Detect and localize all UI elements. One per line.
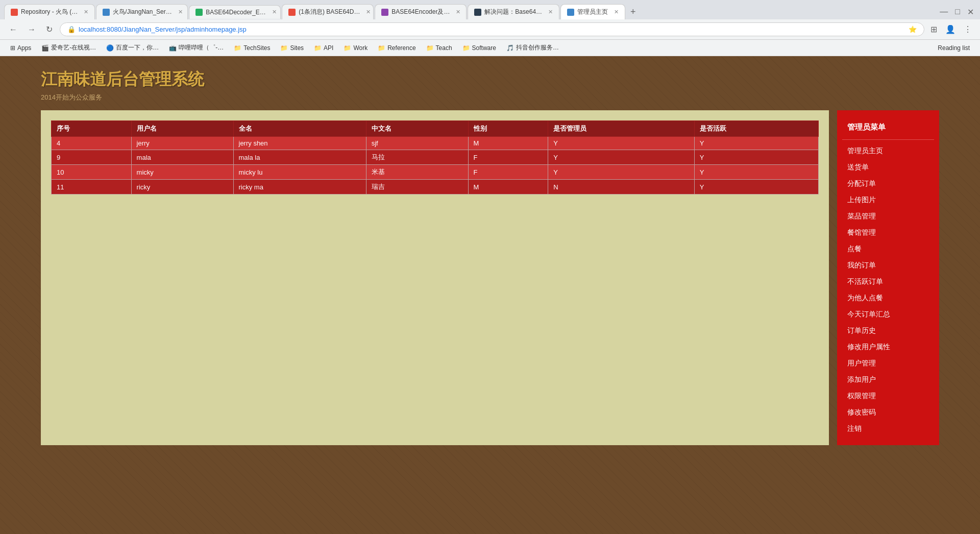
sidebar-link-2[interactable]: 分配订单 <box>837 176 939 192</box>
tab-close-2[interactable]: ✕ <box>178 9 183 15</box>
tab-close-4[interactable]: ✕ <box>366 9 371 15</box>
table-cell: mala la <box>233 150 366 165</box>
sidebar-link-15[interactable]: 权限管理 <box>837 388 939 404</box>
main-content: 序号 用户名 全名 中文名 性别 是否管理员 是否活跃 4jerryjerry … <box>0 110 980 466</box>
table-row[interactable]: 9malamala la马拉FYY <box>52 150 819 165</box>
sidebar-link-6[interactable]: 点餐 <box>837 241 939 257</box>
tab-close-7[interactable]: ✕ <box>614 9 619 15</box>
table-row[interactable]: 11rickyricky ma瑞吉MNY <box>52 180 819 195</box>
bookmark-teach[interactable]: 📁 Teach <box>422 43 456 53</box>
sidebar-link-16[interactable]: 修改密码 <box>837 404 939 421</box>
folder-software-icon: 📁 <box>462 44 470 52</box>
tab-close-1[interactable]: ✕ <box>84 9 88 15</box>
bookmark-apps-label: Apps <box>17 44 31 52</box>
col-header-username: 用户名 <box>131 121 233 137</box>
reading-list-label: Reading list <box>938 44 970 52</box>
tab-favicon-4 <box>288 9 296 16</box>
table-cell: Y <box>548 137 695 150</box>
sidebar-link-1[interactable]: 送货单 <box>837 159 939 176</box>
col-header-active: 是否活跃 <box>694 121 818 137</box>
bookmark-software[interactable]: 📁 Software <box>458 43 500 53</box>
minimize-button[interactable]: — <box>938 5 950 18</box>
extensions-button[interactable]: ⊞ <box>928 22 939 36</box>
table-cell: F <box>468 165 548 180</box>
bookmark-bilibili-label: 哔哩哔哩（゜-… <box>179 43 224 52</box>
tab-favicon-1 <box>11 9 18 16</box>
maximize-button[interactable]: □ <box>953 5 962 18</box>
forward-button[interactable]: → <box>24 24 39 35</box>
reading-list-button[interactable]: Reading list <box>934 43 974 53</box>
bookmark-douyin[interactable]: 🎵 抖音创作服务… <box>502 42 563 54</box>
baidu-icon: 🔵 <box>106 44 114 52</box>
table-cell: 10 <box>52 165 132 180</box>
tab-close-5[interactable]: ✕ <box>456 9 460 15</box>
tab-close-3[interactable]: ✕ <box>272 9 277 15</box>
address-text: localhost:8080/JiangNan_Server/jsp/admin… <box>79 26 905 33</box>
reload-button[interactable]: ↻ <box>43 23 56 35</box>
sidebar-link-11[interactable]: 订单历史 <box>837 323 939 339</box>
bookmark-software-label: Software <box>472 44 496 52</box>
bookmarks-bar: ⊞ Apps 🎬 爱奇艺-在线视… 🔵 百度一下，你… 📺 哔哩哔哩（゜-… 📁… <box>0 40 980 56</box>
sidebar-link-5[interactable]: 餐馆管理 <box>837 225 939 241</box>
profile-button[interactable]: 👤 <box>943 22 958 36</box>
page-header: 江南味道后台管理系统 2014开始为公众服务 <box>0 56 980 110</box>
sidebar-link-0[interactable]: 管理员主页 <box>837 143 939 159</box>
apps-grid-icon: ⊞ <box>10 44 15 52</box>
tab-3[interactable]: BASE64Decoder_E… ✕ <box>189 5 281 19</box>
table-cell: M <box>468 137 548 150</box>
bookmark-api[interactable]: 📁 API <box>310 43 337 53</box>
close-window-button[interactable]: ✕ <box>965 5 976 19</box>
sidebar-link-7[interactable]: 我的订单 <box>837 257 939 274</box>
menu-button[interactable]: ⋮ <box>962 22 974 36</box>
sidebar-link-13[interactable]: 用户管理 <box>837 355 939 372</box>
bookmark-techsites[interactable]: 📁 TechSites <box>230 43 274 53</box>
sidebar-link-3[interactable]: 上传图片 <box>837 192 939 208</box>
bookmark-sites[interactable]: 📁 Sites <box>276 43 308 53</box>
tab-label-4: (1条消息) BASE64D… <box>299 8 360 16</box>
table-cell: Y <box>548 165 695 180</box>
table-cell: N <box>548 180 695 195</box>
tab-7[interactable]: 管理员主页 ✕ <box>560 4 625 19</box>
bookmark-baidu[interactable]: 🔵 百度一下，你… <box>102 42 163 54</box>
bookmark-apps[interactable]: ⊞ Apps <box>6 43 35 53</box>
bookmark-teach-label: Teach <box>436 44 452 52</box>
back-button[interactable]: ← <box>6 24 20 35</box>
tab-label-7: 管理员主页 <box>577 8 608 16</box>
tab-1[interactable]: Repository - 火鸟 (… ✕ <box>4 4 95 19</box>
table-cell: Y <box>694 137 818 150</box>
table-cell: 马拉 <box>366 150 468 165</box>
bookmark-douyin-label: 抖音创作服务… <box>516 43 559 52</box>
sidebar-link-12[interactable]: 修改用户属性 <box>837 339 939 355</box>
table-row[interactable]: 4jerryjerry shensjfMYY <box>52 137 819 150</box>
sidebar-link-4[interactable]: 菜品管理 <box>837 208 939 225</box>
tab-2[interactable]: 火鸟/JiangNan_Ser… ✕ <box>96 4 188 19</box>
table-cell: ricky ma <box>233 180 366 195</box>
table-row[interactable]: 10mickymicky lu米基FYY <box>52 165 819 180</box>
sidebar-link-17[interactable]: 注销 <box>837 421 939 437</box>
sidebar-link-9[interactable]: 为他人点餐 <box>837 290 939 306</box>
bookmark-aiqiyi[interactable]: 🎬 爱奇艺-在线视… <box>37 42 100 54</box>
admin-sidebar: 管理员菜单 管理员主页送货单分配订单上传图片菜品管理餐馆管理点餐我的订单不活跃订… <box>837 110 939 445</box>
sidebar-link-10[interactable]: 今天订单汇总 <box>837 306 939 323</box>
sidebar-link-14[interactable]: 添加用户 <box>837 372 939 388</box>
tab-label-2: 火鸟/JiangNan_Ser… <box>113 8 172 16</box>
sidebar-links-container: 管理员主页送货单分配订单上传图片菜品管理餐馆管理点餐我的订单不活跃订单为他人点餐… <box>837 143 939 437</box>
table-cell: mala <box>131 150 233 165</box>
table-cell: Y <box>694 165 818 180</box>
bilibili-icon: 📺 <box>169 44 177 52</box>
table-cell: 9 <box>52 150 132 165</box>
table-cell: 4 <box>52 137 132 150</box>
new-tab-button[interactable]: + <box>626 5 640 19</box>
tab-6[interactable]: 解决问题：Base64… ✕ <box>468 4 559 19</box>
users-table: 序号 用户名 全名 中文名 性别 是否管理员 是否活跃 4jerryjerry … <box>51 120 819 195</box>
sidebar-link-8[interactable]: 不活跃订单 <box>837 274 939 290</box>
bookmark-work[interactable]: 📁 Work <box>339 43 372 53</box>
address-bar[interactable]: 🔒 localhost:8080/JiangNan_Server/jsp/adm… <box>60 22 924 36</box>
tab-close-6[interactable]: ✕ <box>548 9 553 15</box>
bookmark-bilibili[interactable]: 📺 哔哩哔哩（゜-… <box>165 42 228 54</box>
tab-5[interactable]: BASE64Encoder及… ✕ <box>375 4 467 19</box>
col-header-fullname: 全名 <box>233 121 366 137</box>
folder-work-icon: 📁 <box>344 44 351 52</box>
bookmark-reference[interactable]: 📁 Reference <box>374 43 420 53</box>
tab-4[interactable]: (1条消息) BASE64D… ✕ <box>282 4 374 19</box>
